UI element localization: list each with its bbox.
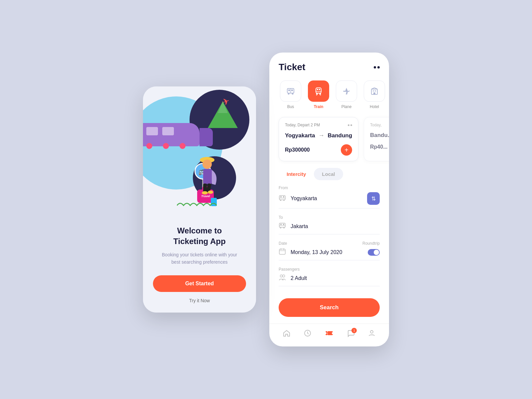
menu-dot-2 — [377, 66, 380, 68]
to-label: To — [279, 215, 380, 220]
ticket-1-menu[interactable] — [348, 124, 352, 126]
header-menu-dots[interactable] — [374, 66, 380, 68]
ticket-2-price: Rp40... — [370, 144, 387, 150]
nav-profile[interactable] — [368, 329, 376, 339]
svg-point-48 — [283, 275, 285, 277]
date-field: Date Roundtrip Monday, 13 July — [279, 241, 380, 260]
svg-marker-1 — [218, 101, 228, 113]
category-hotel[interactable]: Hotel — [362, 80, 386, 109]
menu-dot-1 — [374, 66, 376, 68]
from-input-row[interactable]: Yogyakarta ⇅ — [279, 192, 380, 208]
svg-rect-27 — [375, 90, 376, 91]
hotel-icon — [370, 86, 379, 96]
hotel-label: Hotel — [370, 104, 379, 109]
try-now-link[interactable]: Try it Now — [189, 298, 210, 303]
svg-rect-33 — [280, 196, 282, 198]
home-icon — [283, 329, 291, 339]
ticket-card-2[interactable]: Today, Bandu... Rp40... — [364, 117, 389, 161]
nav-home[interactable] — [283, 329, 291, 339]
svg-point-36 — [283, 200, 285, 201]
toggle-switch[interactable] — [368, 249, 380, 256]
swap-button[interactable]: ⇅ — [367, 192, 380, 205]
ticket-1-price: Rp300000 — [285, 147, 310, 153]
passengers-input-row[interactable]: 2 Adult — [279, 274, 380, 286]
search-button[interactable]: Search — [279, 298, 380, 317]
svg-rect-16 — [317, 89, 318, 90]
from-label: From — [279, 186, 380, 190]
svg-rect-10 — [288, 89, 290, 91]
svg-rect-40 — [283, 224, 284, 225]
get-started-button[interactable]: Get Started — [153, 275, 246, 292]
svg-rect-43 — [279, 249, 285, 254]
route-arrow-icon: → — [318, 132, 324, 139]
welcome-title: Welcome toTicketing App — [173, 225, 225, 246]
ticket-content: Ticket — [269, 53, 389, 346]
date-value: Monday, 13 July 2020 — [291, 249, 364, 255]
ticket-1-from: Yogyakarta — [285, 132, 315, 139]
ticket-2-from: Bandu... — [370, 132, 389, 139]
train-icon-box — [308, 80, 329, 102]
history-icon — [304, 329, 312, 339]
svg-point-7 — [202, 191, 208, 195]
svg-point-3 — [202, 160, 212, 169]
hotel-icon-box — [364, 80, 385, 102]
illustration-area: ✈ 🚌 Travel — [143, 86, 256, 213]
bottom-navigation: 1 — [269, 324, 389, 346]
svg-rect-31 — [279, 196, 285, 200]
train-to-icon — [279, 222, 287, 231]
train-label: Train — [314, 104, 324, 109]
from-field: From Yog — [279, 186, 380, 208]
to-value: Jakarta — [291, 223, 380, 229]
plane-icon — [342, 86, 351, 96]
svg-rect-28 — [373, 92, 375, 94]
to-input-row[interactable]: Jakarta — [279, 222, 380, 234]
date-label: Date Roundtrip — [279, 241, 380, 246]
trip-type-tabs: Intercity Local — [269, 168, 389, 186]
ticket-card-1[interactable]: Today, Depart 2 PM Yogyakarta → Bandung … — [279, 117, 358, 161]
welcome-subtitle: Booking your tickets online with your be… — [160, 251, 239, 266]
profile-icon — [368, 329, 376, 339]
date-input-row[interactable]: Monday, 13 July 2020 — [279, 248, 380, 260]
category-bus[interactable]: Bus — [279, 80, 303, 109]
category-row: Bus — [269, 78, 389, 114]
dot-2 — [350, 124, 352, 126]
ticket-1-route: Yogyakarta → Bandung — [285, 132, 352, 139]
ticket-2-header: Today, — [370, 123, 389, 127]
local-tab[interactable]: Local — [314, 168, 343, 180]
intercity-tab[interactable]: Intercity — [279, 168, 314, 180]
ticket-2-date: Today, — [370, 123, 381, 127]
bus-icon — [286, 86, 295, 96]
train-illustration — [143, 116, 206, 146]
bus-label: Bus — [287, 104, 294, 109]
grass — [177, 200, 217, 207]
passengers-icon — [279, 274, 287, 283]
svg-rect-4 — [203, 169, 212, 184]
calendar-icon — [279, 248, 287, 257]
chat-badge: 1 — [351, 328, 357, 333]
svg-point-13 — [292, 93, 294, 95]
svg-rect-34 — [283, 196, 284, 198]
mountain-icon — [206, 100, 239, 130]
svg-point-8 — [208, 191, 213, 194]
svg-rect-50 — [326, 331, 333, 335]
nav-history[interactable] — [304, 329, 312, 339]
nav-chat[interactable]: 1 — [347, 329, 355, 339]
add-ticket-button[interactable]: + — [341, 144, 352, 156]
svg-point-47 — [280, 275, 283, 277]
svg-point-41 — [280, 227, 281, 228]
ticket-header: Ticket — [269, 53, 389, 78]
svg-point-54 — [370, 331, 373, 333]
ticket-page-title: Ticket — [279, 62, 305, 72]
bus-icon-box — [280, 80, 301, 102]
from-value: Yogyakarta — [291, 196, 363, 201]
phones-container: ✈ 🚌 Travel — [143, 53, 389, 346]
svg-rect-15 — [316, 88, 321, 93]
category-train[interactable]: Train — [307, 80, 331, 109]
roundtrip-toggle[interactable] — [368, 249, 380, 256]
svg-rect-39 — [280, 224, 282, 225]
nav-tickets[interactable] — [325, 329, 334, 340]
svg-rect-26 — [373, 90, 374, 91]
category-plane[interactable]: Plane — [334, 80, 358, 109]
plane-label: Plane — [341, 104, 352, 109]
ticket-1-header: Today, Depart 2 PM — [285, 123, 352, 127]
